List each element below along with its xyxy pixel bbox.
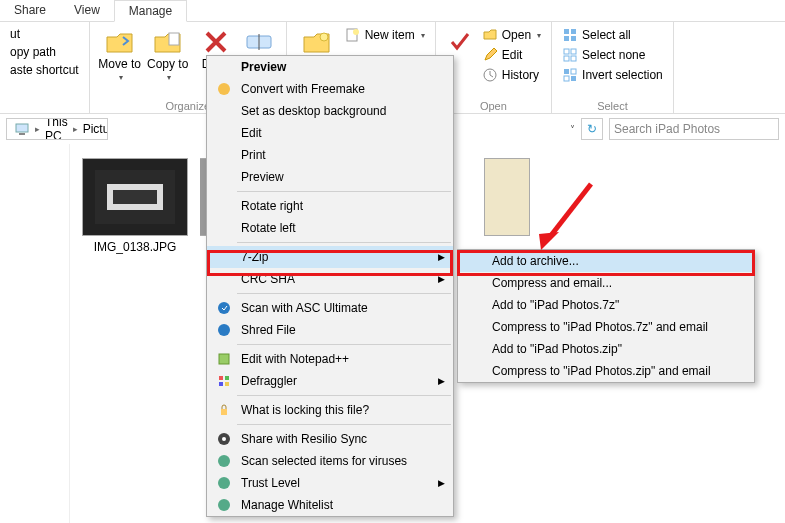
svg-rect-32 xyxy=(221,409,227,415)
open-button[interactable]: Open▾ xyxy=(478,26,545,44)
svg-point-3 xyxy=(320,33,328,41)
menu-locking[interactable]: What is locking this file? xyxy=(207,399,453,421)
menu-preview2[interactable]: Preview xyxy=(207,166,453,188)
trust-icon xyxy=(213,474,235,492)
svg-rect-20 xyxy=(19,133,25,135)
svg-rect-19 xyxy=(16,124,28,132)
tab-share[interactable]: Share xyxy=(0,0,60,21)
svg-rect-18 xyxy=(571,76,576,81)
svg-rect-15 xyxy=(564,69,569,74)
folder-arrow-icon xyxy=(104,26,136,58)
folder-star-icon xyxy=(301,26,333,58)
svg-point-24 xyxy=(218,83,230,95)
virus-icon xyxy=(213,452,235,470)
copy-to-button[interactable]: Copy to▾ xyxy=(144,24,192,86)
new-item-icon xyxy=(345,27,361,43)
svg-rect-16 xyxy=(571,69,576,74)
sub-compress-7z-email[interactable]: Compress to "iPad Photos.7z" and email xyxy=(458,316,754,338)
menu-crc-sha[interactable]: CRC SHA▶ xyxy=(207,268,453,290)
menu-notepadpp[interactable]: Edit with Notepad++ xyxy=(207,348,453,370)
history-button[interactable]: History xyxy=(478,66,545,84)
refresh-button[interactable]: ↻ xyxy=(581,118,603,140)
svg-rect-31 xyxy=(225,382,229,386)
menu-defraggler[interactable]: Defraggler▶ xyxy=(207,370,453,392)
breadcrumb[interactable]: ▸ This PC ▸ Pictures ▸ iPad Phot xyxy=(6,118,108,140)
nav-pane[interactable] xyxy=(0,144,70,523)
svg-rect-12 xyxy=(571,49,576,54)
svg-point-35 xyxy=(218,455,230,467)
ribbon-tabs: Share View Manage xyxy=(0,0,785,22)
svg-rect-9 xyxy=(564,36,569,41)
copy-path-button[interactable]: opy path xyxy=(6,44,83,60)
submenu-arrow-icon: ▶ xyxy=(438,376,445,386)
svg-rect-0 xyxy=(169,33,179,45)
svg-rect-28 xyxy=(219,376,223,380)
menu-rotate-right[interactable]: Rotate right xyxy=(207,195,453,217)
lock-icon xyxy=(213,401,235,419)
svg-rect-8 xyxy=(571,29,576,34)
move-to-button[interactable]: Move to▾ xyxy=(96,24,144,86)
menu-set-desktop-bg[interactable]: Set as desktop background xyxy=(207,100,453,122)
npp-icon xyxy=(213,350,235,368)
menu-resilio[interactable]: Share with Resilio Sync xyxy=(207,428,453,450)
svg-rect-27 xyxy=(219,354,229,364)
select-none-icon xyxy=(562,47,578,63)
select-none-button[interactable]: Select none xyxy=(558,46,667,64)
menu-edit[interactable]: Edit xyxy=(207,122,453,144)
svg-point-25 xyxy=(218,302,230,314)
folder-copy-icon xyxy=(152,26,184,58)
invert-selection-button[interactable]: Invert selection xyxy=(558,66,667,84)
file-item[interactable]: IMG_0138.JPG xyxy=(80,158,190,509)
menu-trust-level[interactable]: Trust Level▶ xyxy=(207,472,453,494)
context-menu: Preview Convert with Freemake Set as des… xyxy=(206,55,454,517)
submenu-arrow-icon: ▶ xyxy=(438,252,445,262)
tab-view[interactable]: View xyxy=(60,0,114,21)
crumb-pictures[interactable]: Pictures xyxy=(80,122,108,136)
menu-convert-freemake[interactable]: Convert with Freemake xyxy=(207,78,453,100)
sub-add-zip[interactable]: Add to "iPad Photos.zip" xyxy=(458,338,754,360)
menu-preview[interactable]: Preview xyxy=(207,56,453,78)
new-item-button[interactable]: New item▾ xyxy=(341,26,429,44)
thumbnail-image xyxy=(82,158,188,236)
resilio-icon xyxy=(213,430,235,448)
svg-rect-7 xyxy=(564,29,569,34)
select-all-button[interactable]: Select all xyxy=(558,26,667,44)
menu-rotate-left[interactable]: Rotate left xyxy=(207,217,453,239)
menu-7zip[interactable]: 7-Zip▶ xyxy=(207,246,453,268)
sub-add-archive[interactable]: Add to archive... xyxy=(458,250,754,272)
thumbnail-image[interactable] xyxy=(484,158,530,236)
svg-point-26 xyxy=(218,324,230,336)
history-icon xyxy=(482,67,498,83)
sub-compress-email[interactable]: Compress and email... xyxy=(458,272,754,294)
svg-rect-29 xyxy=(225,376,229,380)
delete-x-icon xyxy=(200,26,232,58)
open-icon xyxy=(482,27,498,43)
crumb-this-pc[interactable]: This PC xyxy=(42,118,71,140)
edit-button[interactable]: Edit xyxy=(478,46,545,64)
svg-rect-14 xyxy=(571,56,576,61)
menu-whitelist[interactable]: Manage Whitelist xyxy=(207,494,453,516)
group-open-label: Open xyxy=(442,98,545,112)
svg-point-36 xyxy=(218,477,230,489)
select-all-icon xyxy=(562,27,578,43)
pc-icon xyxy=(11,122,33,136)
paste-shortcut-button[interactable]: aste shortcut xyxy=(6,62,83,78)
svg-rect-13 xyxy=(564,56,569,61)
rename-icon xyxy=(244,26,276,58)
cut-button[interactable]: ut xyxy=(6,26,83,42)
submenu-arrow-icon: ▶ xyxy=(438,478,445,488)
sub-compress-zip-email[interactable]: Compress to "iPad Photos.zip" and email xyxy=(458,360,754,382)
search-input[interactable]: Search iPad Photos xyxy=(609,118,779,140)
menu-scan-virus[interactable]: Scan selected items for viruses xyxy=(207,450,453,472)
pencil-icon xyxy=(482,47,498,63)
submenu-7zip: Add to archive... Compress and email... … xyxy=(457,249,755,383)
freemake-icon xyxy=(213,80,235,98)
menu-print[interactable]: Print xyxy=(207,144,453,166)
svg-point-34 xyxy=(222,437,226,441)
menu-shred-file[interactable]: Shred File xyxy=(207,319,453,341)
svg-rect-11 xyxy=(564,49,569,54)
menu-scan-asc[interactable]: Scan with ASC Ultimate xyxy=(207,297,453,319)
loc-chevron-icon[interactable]: ˅ xyxy=(570,124,575,135)
tab-manage[interactable]: Manage xyxy=(114,0,187,22)
sub-add-7z[interactable]: Add to "iPad Photos.7z" xyxy=(458,294,754,316)
